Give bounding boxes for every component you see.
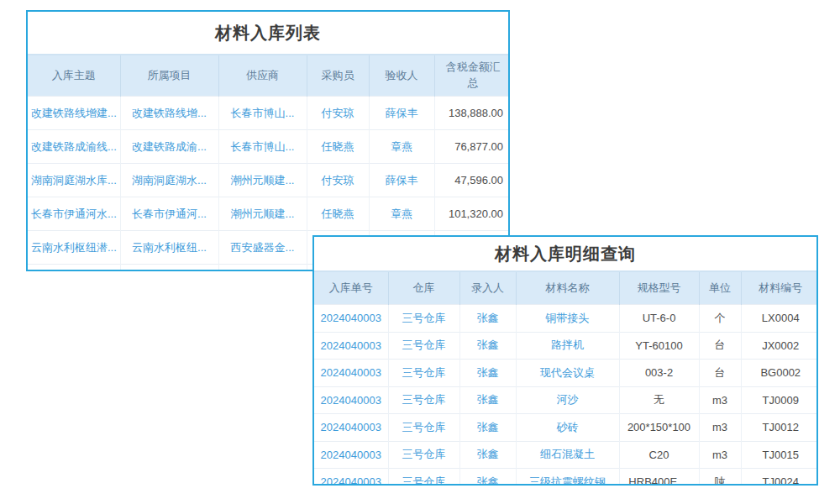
cell: 101,320.00	[434, 197, 510, 231]
cell: TJ0024	[741, 469, 818, 486]
cell: LX0004	[741, 305, 818, 333]
cell-link[interactable]: 张鑫	[459, 469, 516, 486]
column-header: 入库主题	[28, 55, 120, 97]
table-row: 2024040003三号仓库张鑫细石混凝土C20m3TJ0015	[314, 441, 818, 469]
cell-link[interactable]: 张鑫	[459, 305, 516, 333]
cell-link[interactable]: 长春市伊通河水...	[28, 197, 120, 231]
material-inbound-detail-title: 材料入库明细查询	[314, 237, 816, 270]
cell-link[interactable]: 2024040003	[314, 469, 388, 486]
table-row: 改建铁路成渝线...改建铁路成渝...长春市博山...任晓燕章燕76,877.0…	[28, 130, 510, 164]
cell: 200*150*100	[619, 414, 699, 442]
cell-link[interactable]: 重庆艺普电...	[218, 265, 307, 272]
header-row: 入库单号仓库录入人材料名称规格型号单位材料编号	[314, 271, 818, 305]
cell: m3	[699, 386, 741, 414]
cell-link[interactable]: 砂砖	[516, 414, 619, 442]
cell-link[interactable]: 潮州元顺建...	[218, 197, 307, 231]
column-header: 仓库	[388, 271, 459, 305]
cell-link[interactable]: 张鑫	[459, 414, 516, 442]
table-row: 2024040003三号仓库张鑫河沙无m3TJ0009	[314, 386, 818, 414]
cell: 138,888.00	[434, 97, 510, 130]
cell: UT-6-0	[619, 305, 699, 333]
table-row: 2024040003三号仓库张鑫三级抗震螺纹钢HRB400E ...吨TJ002…	[314, 469, 818, 486]
cell-link[interactable]: 潮州元顺建...	[218, 164, 307, 197]
cell-link[interactable]: 路拌机	[516, 332, 619, 360]
cell: 个	[699, 305, 741, 333]
column-header: 材料名称	[516, 271, 619, 305]
cell-link[interactable]: 2024040003	[314, 360, 388, 387]
cell: 无	[619, 386, 699, 414]
cell-link[interactable]: 改建铁路线增建...	[28, 97, 120, 130]
cell-link[interactable]: 铜带接头	[516, 305, 619, 333]
table-row: 2024040003三号仓库张鑫铜带接头UT-6-0个LX0004	[314, 305, 818, 333]
cell: m3	[699, 441, 741, 469]
cell-link[interactable]: 章燕	[369, 197, 434, 231]
cell-link[interactable]: 2024040003	[314, 305, 388, 333]
cell-link[interactable]: 云南水利枢纽...	[120, 231, 218, 265]
cell-link[interactable]: 广州市天河区统...	[28, 265, 120, 272]
cell-link[interactable]: 长春市伊通河...	[120, 197, 218, 231]
table-row: 湖南洞庭湖水库...湖南洞庭湖水...潮州元顺建...付安琼薛保丰47,596.…	[28, 164, 510, 197]
column-header: 规格型号	[619, 271, 699, 305]
cell-link[interactable]: 张鑫	[459, 332, 516, 360]
cell: 76,877.00	[434, 130, 510, 164]
cell-link[interactable]: 细石混凝土	[516, 441, 619, 469]
column-header: 含税金额汇总	[434, 55, 510, 97]
header-row: 入库主题所属项目供应商采购员验收人含税金额汇总	[28, 55, 510, 97]
cell-link[interactable]: 薛保丰	[369, 164, 434, 197]
cell: BG0002	[741, 360, 818, 387]
cell-link[interactable]: 2024040003	[314, 386, 388, 414]
table-row: 改建铁路线增建...改建铁路线增...长春市博山...付安琼薛保丰138,888…	[28, 97, 510, 130]
column-header: 所属项目	[120, 55, 218, 97]
cell-link[interactable]: 改建铁路成渝...	[120, 130, 218, 164]
cell: 吨	[699, 469, 741, 486]
material-inbound-detail-table: 入库单号仓库录入人材料名称规格型号单位材料编号 2024040003三号仓库张鑫…	[314, 270, 818, 486]
cell-link[interactable]: 2024040003	[314, 332, 388, 360]
cell-link[interactable]: 付安琼	[307, 164, 369, 197]
cell-link[interactable]: 改建铁路线增...	[120, 97, 218, 130]
cell-link[interactable]: 付安琼	[307, 97, 369, 130]
cell-link[interactable]: 长春市博山...	[218, 130, 307, 164]
cell-link[interactable]: 2024040003	[314, 441, 388, 469]
cell-link[interactable]: 任晓燕	[307, 130, 369, 164]
cell-link[interactable]: 湖南洞庭湖水...	[120, 164, 218, 197]
cell-link[interactable]: 三级抗震螺纹钢	[516, 469, 619, 486]
cell-link[interactable]: 改建铁路成渝线...	[28, 130, 120, 164]
cell: 47,596.00	[434, 164, 510, 197]
cell-link[interactable]: 三号仓库	[388, 441, 459, 469]
cell-link[interactable]: 章燕	[369, 130, 434, 164]
cell-link[interactable]: 三号仓库	[388, 386, 459, 414]
cell-link[interactable]: 张鑫	[459, 441, 516, 469]
cell-link[interactable]: 湖南洞庭湖水库...	[28, 164, 120, 197]
cell: JX0002	[741, 332, 818, 360]
table-row: 2024040003三号仓库张鑫现代会议桌003-2台BG0002	[314, 360, 818, 387]
column-header: 录入人	[459, 271, 516, 305]
cell-link[interactable]: 薛保丰	[369, 97, 434, 130]
cell: HRB400E ...	[619, 469, 699, 486]
column-header: 供应商	[218, 55, 307, 97]
cell-link[interactable]: 三号仓库	[388, 469, 459, 486]
cell-link[interactable]: 西安盛器金...	[218, 231, 307, 265]
cell: C20	[619, 441, 699, 469]
cell-link[interactable]: 长春市博山...	[218, 97, 307, 130]
material-inbound-list-title: 材料入库列表	[28, 12, 508, 54]
column-header: 入库单号	[314, 271, 388, 305]
material-inbound-list-panel: 材料入库列表 入库主题所属项目供应商采购员验收人含税金额汇总 改建铁路线增建..…	[26, 10, 510, 271]
cell-link[interactable]: 云南水利枢纽潜...	[28, 231, 120, 265]
cell: TJ0012	[741, 414, 818, 442]
column-header: 单位	[699, 271, 741, 305]
cell-link[interactable]: 三号仓库	[388, 305, 459, 333]
cell-link[interactable]: 三号仓库	[388, 360, 459, 387]
cell-link[interactable]: 河沙	[516, 386, 619, 414]
material-inbound-detail-panel: 材料入库明细查询 入库单号仓库录入人材料名称规格型号单位材料编号 2024040…	[312, 235, 818, 486]
column-header: 采购员	[307, 55, 369, 97]
cell-link[interactable]: 张鑫	[459, 386, 516, 414]
cell: 台	[699, 360, 741, 387]
cell-link[interactable]: 2024040003	[314, 414, 388, 442]
cell-link[interactable]: 三号仓库	[388, 332, 459, 360]
cell-link[interactable]: 广州市天河区...	[120, 265, 218, 272]
cell-link[interactable]: 三号仓库	[388, 414, 459, 442]
column-header: 验收人	[369, 55, 434, 97]
cell-link[interactable]: 张鑫	[459, 360, 516, 387]
cell-link[interactable]: 现代会议桌	[516, 360, 619, 387]
cell-link[interactable]: 任晓燕	[307, 197, 369, 231]
